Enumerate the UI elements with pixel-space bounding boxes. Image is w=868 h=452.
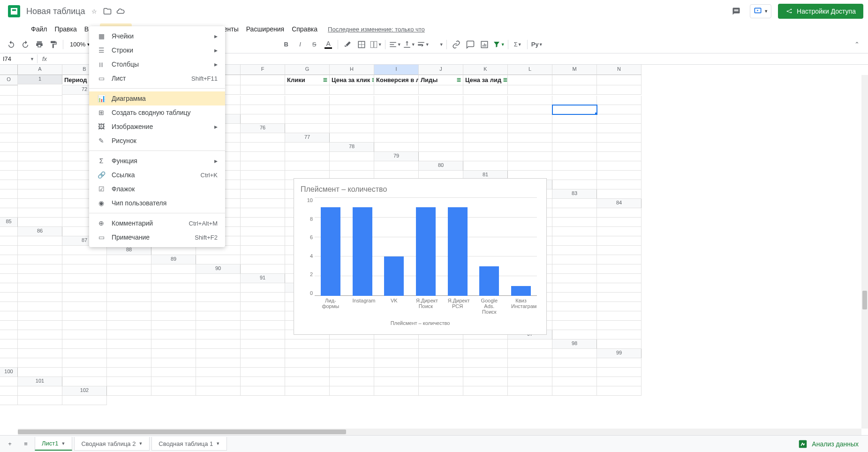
cell-J92[interactable]	[62, 293, 107, 302]
cell-I102[interactable]	[463, 386, 508, 396]
cell-H96[interactable]	[151, 330, 196, 339]
cell-B96[interactable]	[552, 321, 597, 330]
row-header-84[interactable]: 84	[597, 199, 642, 208]
cell-I73[interactable]	[508, 96, 552, 105]
cell-O97[interactable]	[508, 339, 552, 349]
fill-color-button[interactable]	[341, 38, 354, 51]
cell-D75[interactable]	[374, 114, 419, 124]
cell-G93[interactable]	[0, 302, 18, 311]
menu-item-чип-пользователя[interactable]: ◉Чип пользователя	[89, 196, 225, 210]
cell-A83[interactable]	[597, 189, 642, 199]
star-icon[interactable]: ☆	[90, 7, 98, 15]
cell-C78[interactable]	[463, 143, 508, 152]
cell-D73[interactable]	[285, 96, 330, 105]
cell-A76[interactable]	[285, 124, 330, 133]
cell-I90[interactable]	[597, 264, 642, 274]
present-button[interactable]: ▼	[750, 4, 771, 18]
cell-O99[interactable]	[597, 358, 642, 368]
cell-L94[interactable]	[241, 311, 285, 321]
cell-E79[interactable]	[597, 152, 642, 161]
row-header-90[interactable]: 90	[196, 264, 241, 274]
cell-I96[interactable]	[196, 330, 241, 339]
cell-L101[interactable]	[552, 377, 597, 386]
cell-H73[interactable]	[463, 96, 508, 105]
cell-G78[interactable]	[0, 152, 18, 161]
cell-E98[interactable]	[107, 349, 151, 358]
cell-K94[interactable]	[196, 311, 241, 321]
bar-6[interactable]	[511, 286, 531, 296]
cell-B77[interactable]	[374, 133, 419, 143]
filter-icon[interactable]: ☰	[503, 77, 507, 83]
cell-D77[interactable]	[463, 133, 508, 143]
cell-G73[interactable]	[419, 96, 463, 105]
cell-J91[interactable]	[18, 283, 62, 293]
cell-B102[interactable]	[151, 386, 196, 396]
cell-I93[interactable]	[62, 302, 107, 311]
cell-B101[interactable]	[107, 377, 151, 386]
col-header-L[interactable]: L	[508, 65, 552, 75]
cell-F99[interactable]	[196, 358, 241, 368]
bar-4[interactable]	[448, 207, 468, 296]
cell-I97[interactable]	[241, 339, 285, 349]
cell-L98[interactable]	[419, 349, 463, 358]
cell-K95[interactable]	[241, 321, 285, 330]
cell-M85[interactable]	[552, 218, 597, 227]
cell-J101[interactable]	[463, 377, 508, 386]
cell-H92[interactable]	[0, 293, 18, 302]
cell-J75[interactable]	[0, 124, 18, 133]
cell-N87[interactable]	[18, 246, 62, 255]
cell-D82[interactable]	[18, 189, 62, 199]
cell-D96[interactable]	[0, 330, 18, 339]
add-sheet-button[interactable]: +	[3, 438, 17, 450]
filter-icon[interactable]: ☰	[323, 77, 327, 83]
cell-A99[interactable]	[0, 358, 18, 368]
cell-M79[interactable]	[285, 161, 330, 171]
cell-A78[interactable]	[374, 143, 419, 152]
cell-G79[interactable]	[18, 161, 62, 171]
cell-L99[interactable]	[463, 358, 508, 368]
sheet-tab-лист1[interactable]: Лист1▼	[35, 437, 72, 451]
cell-N91[interactable]	[196, 283, 241, 293]
cell-I77[interactable]	[18, 143, 62, 152]
cell-G102[interactable]	[374, 386, 419, 396]
cell-I100[interactable]	[374, 368, 419, 377]
cell-L89[interactable]	[18, 264, 62, 274]
cell-J90[interactable]	[0, 274, 18, 283]
cell-N101[interactable]	[0, 386, 18, 396]
bar-1[interactable]	[353, 207, 372, 296]
cell-N86[interactable]	[0, 236, 18, 246]
cell-C97[interactable]	[0, 339, 18, 349]
cell-M101[interactable]	[597, 377, 642, 386]
cell-G97[interactable]	[151, 339, 196, 349]
menu-правка[interactable]: Правка	[51, 23, 80, 35]
cell-J98[interactable]	[330, 349, 374, 358]
cell-G101[interactable]	[330, 377, 374, 386]
cell-L88[interactable]	[0, 255, 18, 264]
cell-G84[interactable]	[241, 208, 285, 218]
cell-B79[interactable]	[463, 152, 508, 161]
cell-O102[interactable]	[62, 396, 107, 405]
cell-J88[interactable]	[552, 246, 597, 255]
cell-D102[interactable]	[241, 386, 285, 396]
cell-N90[interactable]	[151, 274, 196, 283]
cell-F102[interactable]	[330, 386, 374, 396]
cell-F96[interactable]	[62, 330, 107, 339]
cell-E74[interactable]	[374, 105, 419, 114]
cell-B81[interactable]	[552, 171, 597, 180]
horizontal-scrollbar[interactable]	[18, 429, 861, 435]
cell-C81[interactable]	[597, 171, 642, 180]
cell-J95[interactable]	[196, 321, 241, 330]
cell-M93[interactable]	[241, 302, 285, 311]
cell-D99[interactable]	[107, 358, 151, 368]
cell-G76[interactable]	[552, 124, 597, 133]
cell-G98[interactable]	[196, 349, 241, 358]
cell-F73[interactable]	[374, 96, 419, 105]
row-header-98[interactable]: 98	[552, 339, 597, 349]
borders-button[interactable]	[355, 38, 368, 51]
menu-item-ячейки[interactable]: ▦Ячейки▸	[89, 29, 225, 43]
document-title[interactable]: Новая таблица	[26, 7, 85, 16]
cell-A98[interactable]	[597, 339, 642, 349]
cell-A82[interactable]	[552, 180, 597, 189]
vertical-scrollbar[interactable]	[861, 75, 868, 429]
header-cell-J[interactable]: Цена за лид☰	[463, 75, 508, 85]
